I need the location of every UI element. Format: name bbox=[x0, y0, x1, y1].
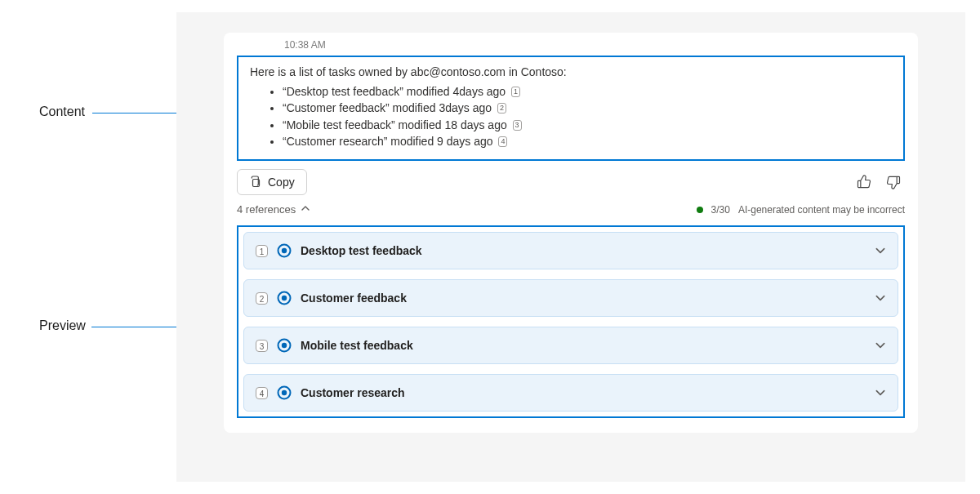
reference-title: Customer feedback bbox=[301, 292, 866, 305]
reference-source-icon bbox=[277, 243, 292, 258]
disclaimer-text: AI-generated content may be incorrect bbox=[738, 204, 905, 216]
reference-source-icon bbox=[277, 385, 292, 400]
reference-number-badge: 2 bbox=[256, 292, 268, 305]
chevron-up-icon bbox=[301, 203, 310, 216]
citation-badge[interactable]: 1 bbox=[511, 87, 520, 97]
reference-source-icon bbox=[277, 291, 292, 305]
annotation-content-label: Content bbox=[39, 105, 85, 119]
reference-item[interactable]: 4 Customer research bbox=[243, 374, 898, 412]
reference-number-badge: 4 bbox=[256, 387, 268, 399]
content-item: “Desktop test feedback” modified 4days a… bbox=[283, 83, 892, 100]
chevron-down-icon bbox=[875, 245, 886, 256]
reference-number-badge: 1 bbox=[256, 245, 268, 257]
content-intro: Here is a list of tasks owned by abc@con… bbox=[250, 65, 892, 78]
annotation-preview-label: Preview bbox=[39, 318, 86, 333]
content-item: “Customer feedback” modified 3days ago 2 bbox=[283, 100, 892, 116]
reference-number-badge: 3 bbox=[256, 340, 268, 352]
stage-background: 10:38 AM Here is a list of tasks owned b… bbox=[176, 12, 965, 482]
reference-item[interactable]: 1 Desktop test feedback bbox=[243, 232, 898, 269]
content-item: “Customer research” modified 9 days ago … bbox=[283, 133, 892, 149]
content-item: “Mobile test feedback” modified 18 days … bbox=[283, 117, 892, 133]
quota-text: 3/30 bbox=[711, 204, 730, 216]
copy-icon bbox=[249, 176, 262, 189]
thumbs-up-icon bbox=[856, 180, 872, 193]
meta-row: 4 references 3/30 AI-generated content m… bbox=[224, 195, 918, 225]
reference-title: Mobile test feedback bbox=[301, 339, 866, 352]
content-item-text: “Desktop test feedback” modified 4days a… bbox=[283, 85, 506, 98]
reference-item[interactable]: 2 Customer feedback bbox=[243, 279, 898, 317]
reference-source-icon bbox=[277, 338, 292, 353]
reference-title: Customer research bbox=[301, 386, 866, 399]
thumbs-down-button[interactable] bbox=[882, 171, 905, 194]
copy-button-label: Copy bbox=[268, 176, 295, 189]
svg-point-2 bbox=[282, 248, 287, 253]
toolbar-row: Copy bbox=[224, 169, 918, 195]
message-card: 10:38 AM Here is a list of tasks owned b… bbox=[224, 33, 918, 433]
chevron-down-icon bbox=[875, 292, 886, 304]
status-dot-icon bbox=[697, 207, 703, 213]
svg-point-4 bbox=[282, 296, 287, 300]
chevron-down-icon bbox=[875, 340, 886, 351]
content-item-text: “Customer feedback” modified 3days ago bbox=[283, 101, 492, 114]
content-item-text: “Customer research” modified 9 days ago bbox=[283, 135, 493, 148]
references-toggle[interactable]: 4 references bbox=[237, 202, 310, 217]
citation-badge[interactable]: 4 bbox=[498, 136, 507, 147]
references-toggle-label: 4 references bbox=[237, 203, 296, 216]
citation-badge[interactable]: 2 bbox=[497, 103, 506, 113]
copy-button[interactable]: Copy bbox=[237, 169, 307, 195]
reference-title: Desktop test feedback bbox=[301, 244, 866, 257]
content-list: “Desktop test feedback” modified 4days a… bbox=[250, 83, 892, 149]
reference-item[interactable]: 3 Mobile test feedback bbox=[243, 327, 898, 364]
preview-block-highlight: 1 Desktop test feedback bbox=[237, 225, 905, 418]
citation-badge[interactable]: 3 bbox=[513, 120, 522, 131]
svg-point-6 bbox=[282, 343, 287, 348]
chevron-down-icon bbox=[875, 387, 886, 398]
content-block-highlight: Here is a list of tasks owned by abc@con… bbox=[237, 56, 905, 161]
svg-point-8 bbox=[282, 390, 287, 395]
content-item-text: “Mobile test feedback” modified 18 days … bbox=[283, 118, 507, 131]
message-timestamp: 10:38 AM bbox=[224, 39, 918, 56]
thumbs-down-icon bbox=[885, 180, 902, 193]
thumbs-up-button[interactable] bbox=[853, 171, 875, 194]
